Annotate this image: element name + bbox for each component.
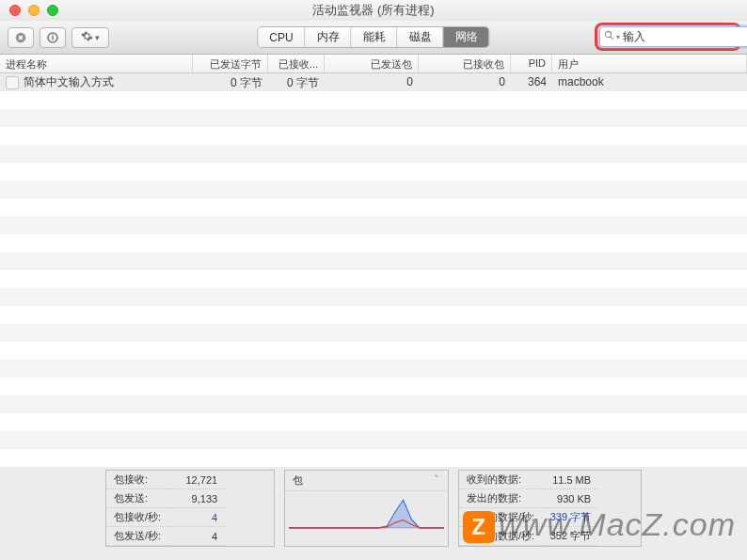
search-icon (604, 30, 614, 43)
search-input[interactable] (623, 30, 747, 43)
toolbar: ▾ CPU 内存 能耗 磁盘 网络 ▾ ✕ (0, 21, 747, 55)
cell-user: macbook (552, 73, 747, 91)
cell-recv-pkts: 0 (419, 73, 511, 91)
table-row[interactable]: 简体中文输入方式 0 字节 0 字节 0 0 364 macbook (0, 73, 747, 91)
network-summary: 包接收:12,721 包发送:9,133 包接收/秒:4 包发送/秒:4 包⌃ … (0, 470, 747, 547)
cell-sent-pkts: 0 (325, 73, 419, 91)
tab-segmented-control: CPU 内存 能耗 磁盘 网络 (257, 26, 489, 48)
window-title: 活动监视器 (所有进程) (0, 2, 747, 19)
network-chart (289, 491, 444, 542)
gear-icon (81, 30, 93, 45)
cell-sent-bytes: 0 字节 (193, 73, 268, 91)
pkts-out-value: 9,133 (168, 489, 225, 508)
titlebar: 活动监视器 (所有进程) (0, 0, 747, 21)
search-scope-caret-icon[interactable]: ▾ (616, 33, 620, 41)
col-sent-bytes[interactable]: 已发送字节 (193, 55, 268, 72)
col-pid[interactable]: PID (511, 55, 552, 72)
search-highlight: ▾ ✕ (595, 23, 741, 51)
pkts-out-sec-value: 4 (168, 527, 225, 546)
chevron-down-icon: ▾ (95, 33, 100, 42)
process-icon (6, 76, 19, 89)
data-in-sec-label: 收到的数据/秒: (459, 508, 542, 527)
col-recv-packets[interactable]: 已接收包 (419, 55, 511, 72)
pkts-in-label: 包接收: (106, 471, 168, 489)
chart-title: 包 (293, 473, 303, 488)
data-in-value: 11.5 MB (542, 471, 598, 489)
data-out-label: 发出的数据: (459, 489, 542, 508)
table-header: 进程名称 已发送字节 已接收... 已发送包 已接收包 PID 用户 (0, 55, 747, 73)
pkts-out-sec-label: 包发送/秒: (106, 527, 168, 546)
packets-panel: 包接收:12,721 包发送:9,133 包接收/秒:4 包发送/秒:4 (105, 470, 275, 547)
pkts-out-label: 包发送: (106, 489, 168, 508)
col-user[interactable]: 用户 (552, 55, 747, 72)
cell-recv-bytes: 0 字节 (268, 73, 325, 91)
data-in-label: 收到的数据: (459, 471, 542, 489)
search-field[interactable]: ▾ ✕ (599, 26, 747, 47)
col-recv-bytes[interactable]: 已接收... (268, 55, 325, 72)
svg-rect-5 (52, 34, 54, 36)
data-in-sec-value: 339 字节 (542, 508, 598, 527)
svg-point-6 (605, 31, 611, 37)
chart-panel: 包⌃ (284, 470, 449, 547)
col-process-name[interactable]: 进程名称 (0, 55, 193, 72)
pkts-in-value: 12,721 (168, 471, 225, 489)
svg-rect-4 (52, 37, 54, 40)
process-table: 简体中文输入方式 0 字节 0 字节 0 0 364 macbook (0, 73, 747, 469)
tab-cpu[interactable]: CPU (258, 27, 305, 47)
chart-menu-icon[interactable]: ⌃ (433, 473, 440, 488)
tab-disk[interactable]: 磁盘 (398, 27, 444, 47)
tab-energy[interactable]: 能耗 (352, 27, 398, 47)
data-out-sec-value: 352 字节 (542, 527, 598, 546)
tab-memory[interactable]: 内存 (306, 27, 352, 47)
tab-network[interactable]: 网络 (444, 27, 489, 47)
inspect-process-button[interactable] (40, 27, 66, 48)
pkts-in-sec-value: 4 (168, 508, 225, 527)
data-panel: 收到的数据:11.5 MB 发出的数据:930 KB 收到的数据/秒:339 字… (458, 470, 642, 547)
col-sent-packets[interactable]: 已发送包 (325, 55, 419, 72)
cell-pid: 364 (511, 73, 552, 91)
stop-process-button[interactable] (8, 27, 34, 48)
data-out-value: 930 KB (542, 489, 598, 508)
actions-menu-button[interactable]: ▾ (72, 27, 109, 48)
svg-line-7 (611, 37, 613, 40)
data-out-sec-label: 发出的数据/秒: (459, 527, 542, 546)
process-name: 简体中文输入方式 (24, 74, 114, 90)
pkts-in-sec-label: 包接收/秒: (106, 508, 168, 527)
